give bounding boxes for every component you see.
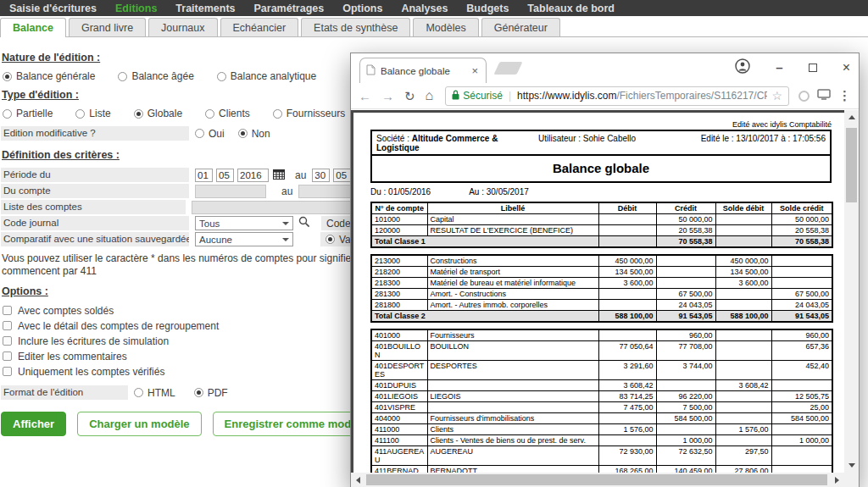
window-close-button[interactable]: × — [843, 62, 850, 74]
menu-item[interactable]: Traitements — [166, 3, 244, 14]
refresh-icon[interactable]: ↻ — [404, 90, 415, 102]
radio-option[interactable]: Balance analytique — [217, 70, 316, 82]
table-cell — [598, 329, 656, 341]
radio-icon[interactable] — [273, 109, 282, 119]
new-tab-button[interactable] — [494, 62, 523, 75]
radio-icon[interactable] — [326, 235, 335, 244]
checkbox-icon[interactable] — [3, 306, 12, 315]
radio-label: Globale — [147, 108, 182, 119]
window-maximize-button[interactable] — [809, 64, 817, 72]
table-cell — [715, 413, 771, 424]
calendar-icon[interactable] — [273, 169, 285, 182]
radio-icon[interactable] — [118, 72, 127, 81]
url-path: /FichiersTemporaires/S116217/CP_Imprimer… — [616, 90, 767, 102]
comparatif-select[interactable]: Aucune — [195, 232, 293, 246]
bookmark-star-icon[interactable]: ☆ — [771, 89, 782, 102]
menu-item[interactable]: Tableaux de bord — [518, 3, 624, 14]
table-cell: 50 000,00 — [656, 214, 715, 225]
code-journal-select[interactable]: Tous — [195, 216, 293, 230]
checkbox-icon[interactable] — [3, 351, 12, 361]
menu-item[interactable]: Paramétrages — [245, 3, 334, 14]
radio-icon[interactable] — [238, 129, 248, 138]
comparatif-label: Comparatif avec une situation sauvegardé… — [1, 232, 189, 246]
search-icon[interactable] — [298, 216, 310, 230]
du-compte-input[interactable] — [195, 185, 266, 198]
radio-option[interactable]: Non — [238, 128, 270, 140]
radio-option[interactable]: PDF — [194, 387, 228, 399]
horizontal-scrollbar[interactable] — [351, 473, 844, 487]
form-button[interactable]: Charger un modèle — [77, 412, 201, 436]
horizontal-scroll-thumb[interactable] — [366, 474, 827, 485]
radio-option[interactable]: Balance générale — [3, 70, 95, 82]
module-tab[interactable]: Modèles — [413, 18, 478, 36]
module-tab[interactable]: Journaux — [148, 18, 217, 36]
module-tab[interactable]: Grand livre — [69, 18, 146, 36]
table-cell — [771, 255, 832, 267]
comparatif-value: Aucune — [199, 235, 232, 245]
table-row: 218200Matériel de transport134 500,00134… — [371, 267, 832, 278]
menu-item[interactable]: Budgets — [457, 3, 518, 14]
radio-option[interactable]: Globale — [134, 108, 182, 119]
radio-icon[interactable] — [134, 109, 143, 119]
radio-icon[interactable] — [3, 72, 12, 81]
profile-icon[interactable] — [735, 58, 750, 77]
table-cell: 25,00 — [771, 402, 832, 413]
scroll-right-icon[interactable] — [835, 477, 839, 484]
table-cell: RESULTAT DE L'EXERCICE (BENEFICE) — [427, 225, 598, 236]
scroll-up-icon[interactable] — [849, 115, 855, 119]
menu-item[interactable]: Saisie d'écritures — [0, 3, 106, 14]
radio-option[interactable]: Fournisseurs — [273, 108, 345, 119]
menu-item[interactable]: Analyses — [392, 3, 457, 14]
report-edited: Edité le : 13/10/2017 à : 17:05:56 — [666, 134, 826, 152]
table-cell: 450 000,00 — [715, 255, 771, 267]
browser-tab[interactable]: Balance globale × — [359, 58, 487, 83]
window-minimize-button[interactable]: – — [776, 64, 782, 72]
home-icon[interactable]: ⌂ — [426, 89, 434, 102]
period-to-month-input[interactable] — [333, 169, 351, 182]
scroll-down-icon[interactable] — [849, 463, 855, 468]
radio-option[interactable]: Oui — [195, 128, 225, 140]
table-cell — [598, 214, 656, 225]
module-tab[interactable]: Générateur — [481, 18, 560, 36]
radio-icon[interactable] — [75, 109, 85, 119]
table-cell: Fournisseurs — [427, 329, 598, 341]
address-bar[interactable]: Sécurisé | https://www.idylis.com /Fichi… — [445, 86, 789, 106]
vertical-scroll-thumb[interactable] — [846, 128, 857, 202]
period-to-day-input[interactable] — [312, 169, 330, 182]
period-from-year-input[interactable] — [237, 169, 269, 182]
back-icon[interactable]: ← — [359, 90, 371, 102]
extension-icon[interactable] — [798, 91, 810, 102]
scroll-left-icon[interactable] — [356, 477, 360, 484]
radio-option[interactable]: Clients — [205, 108, 250, 119]
checkbox-icon[interactable] — [3, 367, 12, 376]
cast-icon[interactable] — [817, 88, 831, 103]
radio-icon[interactable] — [217, 72, 226, 81]
form-button[interactable]: Afficher — [1, 412, 66, 436]
radio-option[interactable]: Liste — [75, 108, 110, 119]
table-cell: 77 050,64 — [598, 341, 656, 361]
menu-item[interactable]: Editions — [106, 3, 166, 14]
period-from-month-input[interactable] — [216, 169, 234, 182]
module-tab[interactable]: Etats de synthèse — [301, 18, 410, 36]
menu-item[interactable]: Options — [333, 3, 392, 14]
radio-icon[interactable] — [3, 109, 12, 119]
radio-icon[interactable] — [134, 388, 143, 397]
module-tab[interactable]: Balance — [0, 18, 66, 36]
checkbox-icon[interactable] — [3, 336, 12, 346]
radio-option[interactable]: HTML — [134, 387, 175, 399]
radio-option[interactable]: Balance âgée — [118, 70, 193, 82]
radio-icon[interactable] — [205, 109, 214, 119]
radio-label: HTML — [147, 387, 175, 399]
browser-menu-icon[interactable]: ⋮ — [838, 88, 851, 103]
vertical-scrollbar[interactable] — [844, 110, 859, 473]
radio-option[interactable]: Partielle — [3, 108, 53, 119]
radio-icon[interactable] — [194, 388, 203, 397]
checkbox-icon[interactable] — [3, 321, 12, 330]
table-cell: Fournisseurs d'immobilisations — [427, 413, 598, 424]
period-from-day-input[interactable] — [195, 169, 213, 182]
table-cell: Clients — [427, 424, 598, 435]
forward-icon[interactable]: → — [381, 90, 394, 102]
tab-close-icon[interactable]: × — [470, 65, 480, 76]
module-tab[interactable]: Echéancier — [220, 18, 299, 36]
radio-icon[interactable] — [195, 129, 204, 138]
